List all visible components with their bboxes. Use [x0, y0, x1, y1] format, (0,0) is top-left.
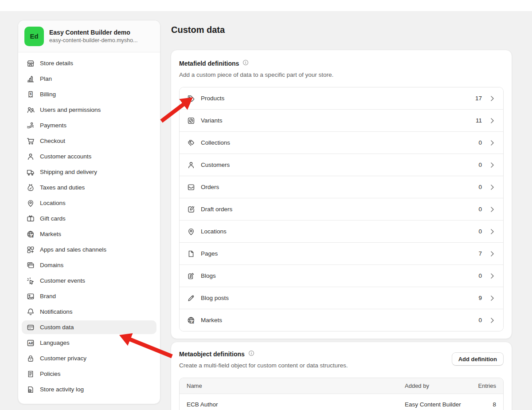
chevron-right-icon	[489, 95, 496, 102]
cart-icon	[26, 137, 35, 146]
pin-icon	[26, 199, 35, 208]
sidebar-item-domains[interactable]: Domains	[22, 258, 156, 272]
lock-icon	[26, 354, 35, 363]
store-header[interactable]: Ed Easy Content Builder demo easy-conten…	[18, 20, 160, 52]
chevron-right-icon	[489, 317, 496, 324]
metafield-row-blogs[interactable]: Blogs0	[180, 265, 503, 287]
pin-icon	[187, 227, 196, 236]
info-icon[interactable]	[242, 59, 249, 68]
column-header-entries: Entries	[471, 382, 496, 389]
metafield-row-orders[interactable]: Orders0	[180, 176, 503, 198]
sidebar-item-label: Customer accounts	[40, 153, 91, 160]
sidebar-item-checkout[interactable]: Checkout	[22, 134, 156, 148]
info-icon[interactable]	[248, 350, 255, 359]
collections-icon	[187, 138, 196, 147]
metafield-row-count: 0	[478, 184, 482, 190]
metafields-subtitle: Add a custom piece of data to a specific…	[179, 71, 504, 78]
metafield-row-label: Markets	[201, 317, 222, 323]
sidebar-item-label: Store activity log	[40, 386, 84, 393]
cell-entries: 8	[471, 401, 496, 408]
metafield-row-customers[interactable]: Customers0	[180, 154, 503, 176]
plan-icon	[26, 75, 35, 83]
sidebar-item-shipping-and-delivery[interactable]: Shipping and delivery	[22, 165, 156, 179]
sidebar-item-store-details[interactable]: Store details	[22, 56, 156, 70]
sidebar-item-label: Custom data	[40, 324, 74, 331]
sidebar-item-label: Payments	[40, 122, 66, 129]
sidebar-item-gift-cards[interactable]: Gift cards	[22, 212, 156, 225]
metafield-row-label: Variants	[201, 117, 223, 124]
inbox-icon	[187, 183, 196, 192]
metafield-row-label: Draft orders	[201, 206, 232, 213]
pencil-icon	[187, 294, 196, 303]
table-row-ecb-author[interactable]: ECB AuthorEasy Content Builder8	[180, 394, 503, 410]
chevron-right-icon	[489, 295, 496, 302]
sidebar-item-markets[interactable]: $Markets	[22, 227, 156, 241]
table-body: ECB AuthorEasy Content Builder8	[180, 394, 503, 410]
sidebar-item-label: Customer events	[40, 277, 85, 284]
metaobject-table: Name Added by Entries ECB AuthorEasy Con…	[179, 378, 504, 410]
sidebar-item-label: Store details	[40, 60, 73, 67]
sidebar-item-customer-privacy[interactable]: Customer privacy	[22, 351, 156, 365]
metafield-row-count: 9	[478, 295, 482, 301]
gift-card-icon	[26, 214, 35, 223]
sidebar-item-plan[interactable]: Plan	[22, 72, 156, 86]
svg-text:$: $	[32, 234, 34, 238]
metafield-row-locations[interactable]: Locations0	[180, 221, 503, 243]
sidebar-item-payments[interactable]: Payments	[22, 118, 156, 132]
sidebar-item-billing[interactable]: $Billing	[22, 87, 156, 101]
custom-data-icon	[26, 323, 35, 332]
svg-text:$: $	[30, 92, 31, 96]
metafield-row-blog-posts[interactable]: Blog posts9	[180, 287, 503, 309]
metafield-row-label: Blogs	[201, 272, 216, 279]
billing-icon: $	[26, 90, 35, 99]
domains-icon	[26, 261, 35, 270]
column-header-name: Name	[187, 382, 405, 389]
globe-dollar-icon: $	[26, 230, 35, 239]
column-header-added-by: Added by	[405, 382, 471, 389]
sidebar-item-custom-data[interactable]: Custom data	[22, 320, 156, 334]
sidebar-item-customer-accounts[interactable]: Customer accounts	[22, 150, 156, 163]
metafield-row-markets[interactable]: $Markets0	[180, 309, 503, 331]
sidebar-item-label: Customer privacy	[40, 355, 86, 362]
metafield-row-variants[interactable]: Variants11	[180, 110, 503, 132]
metafield-row-count: 0	[478, 162, 482, 168]
languages-icon: A	[26, 339, 35, 347]
add-definition-button[interactable]: Add definition	[452, 352, 504, 366]
metafield-row-pages[interactable]: Pages7	[180, 243, 503, 265]
sidebar-item-label: Billing	[40, 91, 56, 98]
sidebar-item-store-activity-log[interactable]: Store activity log	[22, 382, 156, 396]
metafield-row-count: 0	[478, 139, 482, 146]
metafield-row-products[interactable]: Products17	[180, 87, 503, 110]
metafield-row-draft-orders[interactable]: Draft orders0	[180, 198, 503, 221]
sidebar-item-taxes-and-duties[interactable]: Taxes and duties	[22, 181, 156, 194]
metafield-row-count: 0	[478, 206, 482, 213]
store-avatar: Ed	[24, 27, 44, 46]
sidebar-item-label: Policies	[40, 371, 61, 377]
top-strip	[0, 0, 532, 11]
users-icon	[26, 106, 35, 114]
sidebar-item-notifications[interactable]: Notifications	[22, 305, 156, 319]
chevron-right-icon	[489, 228, 496, 235]
sidebar-item-label: Notifications	[40, 308, 73, 315]
blogs-icon	[187, 272, 196, 280]
truck-icon	[26, 168, 35, 177]
metafield-row-count: 0	[478, 228, 482, 235]
variants-icon	[187, 116, 196, 125]
sidebar-item-label: Markets	[40, 231, 61, 237]
cell-name: ECB Author	[187, 401, 405, 408]
tag-icon	[187, 94, 196, 103]
store-name: Easy Content Builder demo	[49, 29, 137, 36]
chevron-right-icon	[489, 272, 496, 280]
sidebar-item-users-and-permissions[interactable]: Users and permissions	[22, 103, 156, 117]
metafield-row-count: 17	[475, 95, 482, 102]
sidebar-item-policies[interactable]: Policies	[22, 367, 156, 381]
sidebar-item-label: Languages	[40, 339, 70, 346]
payments-icon	[26, 121, 35, 130]
sidebar-item-languages[interactable]: ALanguages	[22, 336, 156, 350]
sidebar-item-apps-and-sales-channels[interactable]: Apps and sales channels	[22, 243, 156, 256]
sidebar-item-brand[interactable]: Brand	[22, 289, 156, 303]
image-icon	[26, 292, 35, 301]
sidebar-item-locations[interactable]: Locations	[22, 196, 156, 210]
metafield-row-collections[interactable]: Collections0	[180, 132, 503, 154]
sidebar-item-customer-events[interactable]: Customer events	[22, 274, 156, 288]
